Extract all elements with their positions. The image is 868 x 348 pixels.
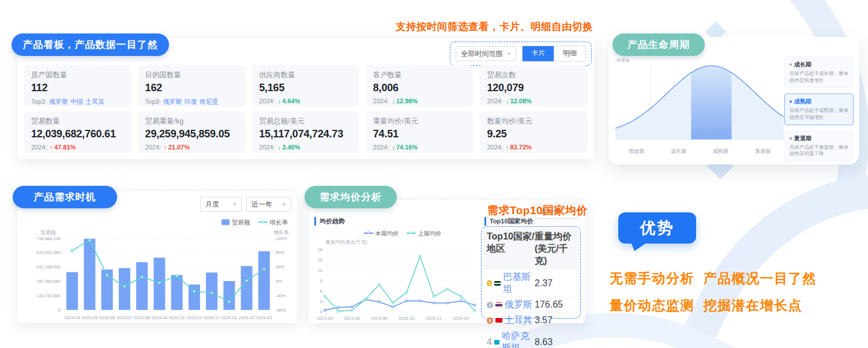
stat-card: 数量均价/美元9.252024: ↑83.72% — [480, 111, 587, 153]
svg-text:-40%: -40% — [276, 293, 286, 298]
time-range-value: 全部时间范围 — [461, 49, 502, 59]
stat-value: 74.51 — [373, 128, 467, 140]
page: 支持按时间筛选查看，卡片、明细自由切换 产品看板，产品数据一目了然 全部时间范围… — [0, 0, 868, 348]
panel-stage-name: 成熟期 — [790, 98, 848, 106]
top3-country-link[interactable]: 肯尼亚 — [200, 98, 219, 105]
country-link[interactable]: 俄罗斯 — [505, 299, 532, 311]
table-header: Top10国家/地区重量均价(美元/千克) — [483, 229, 578, 270]
line-swatch-icon — [258, 222, 268, 223]
price-y-axis-title: 重量均价(美元/千克) — [326, 239, 367, 245]
stat-card: 贸易总额/美元15,117,074,724.732024: ↓3.40% — [252, 111, 359, 153]
up-arrow-icon: ↑ — [164, 144, 167, 151]
svg-text:2023-09: 2023-09 — [152, 315, 168, 320]
stat-yoy: 2024: ↓12.98% — [373, 98, 467, 104]
demand-timing-card: 月度 ∨ 近一年 ∨ 贸易额 增长率 贸易额 增长率 0-80%143,732,… — [17, 190, 297, 323]
rank-medal-icon: 1 — [487, 280, 492, 286]
svg-text:6: 6 — [320, 289, 322, 294]
svg-text:15: 15 — [318, 257, 322, 263]
svg-text:18: 18 — [318, 247, 322, 252]
svg-text:143,732,840: 143,732,840 — [36, 293, 61, 298]
top3-country-link[interactable]: 印度 — [185, 98, 197, 105]
yoy-percent: 3.40% — [282, 144, 300, 151]
stat-card: 供应商数量5,1652024: ↓4.64% — [252, 65, 359, 107]
table-row[interactable]: 3土耳其3.57 — [483, 313, 578, 328]
top3-country-link[interactable]: 俄罗斯 — [49, 98, 68, 105]
top3-country-link[interactable]: 中国 — [70, 98, 83, 105]
stat-yoy: 2024: ↓12.08% — [487, 98, 580, 104]
bubble-tail — [631, 242, 647, 251]
svg-text:0: 0 — [320, 309, 322, 315]
country-cell: 3土耳其 — [487, 315, 535, 327]
country-link[interactable]: 巴基斯坦 — [503, 271, 535, 295]
up-arrow-icon: ↑ — [506, 144, 509, 151]
table-row[interactable]: 2俄罗斯176.65 — [483, 297, 578, 313]
svg-text:574,931,360: 574,931,360 — [36, 250, 61, 255]
country-flag-icon — [494, 281, 501, 286]
filter-highlight-box: 全部时间范围 ∨ 卡片 明细 — [450, 42, 592, 66]
advantage-line-1: 无需手动分析 产品概况一目了然 — [610, 270, 817, 287]
view-toggle: 卡片 明细 — [522, 46, 586, 62]
lifecycle-panel-selected[interactable]: 成熟期目标产品处于成熟期，整体趋势呈平稳增长 — [784, 93, 854, 125]
country-link[interactable]: 哈萨克斯坦 — [502, 330, 535, 348]
toggle-detail-button[interactable]: 明细 — [554, 46, 585, 61]
down-arrow-icon: ↓ — [392, 98, 395, 104]
granularity-value: 月度 — [205, 200, 219, 209]
stat-top3: Top3:俄罗斯印度肯尼亚 — [145, 98, 239, 106]
stat-value: 162 — [145, 82, 239, 94]
yoy-percent: 74.16% — [396, 144, 418, 151]
svg-text:2023-10: 2023-10 — [399, 316, 415, 321]
stat-card: 重量均价/美元74.512024: ↓74.16% — [366, 111, 474, 153]
panel-stage-name: 成长期 — [790, 61, 848, 69]
country-link[interactable]: 土耳其 — [505, 315, 532, 327]
stat-yoy: 2024: ↓4.64% — [259, 98, 352, 104]
stat-yoy: 2024: ↓3.40% — [259, 144, 352, 151]
lifecycle-panel-item[interactable]: 成长期目标产品处于成长期，整体趋势呈快速增长 — [784, 57, 854, 88]
stat-label: 重量均价/美元 — [373, 117, 467, 126]
top3-country-link[interactable]: 土耳其 — [85, 98, 104, 105]
lifecycle-panel-item[interactable]: 衰退期目标产品处于衰退期，整体趋势呈明显下降 — [784, 130, 854, 162]
yoy-year: 2024: — [31, 144, 49, 151]
table-row[interactable]: 4哈萨克斯坦8.63 — [483, 328, 578, 348]
top3-country-link[interactable]: 俄罗斯 — [163, 98, 182, 105]
down-arrow-icon: ↓ — [278, 98, 281, 104]
lifecycle-stage-panels: 成长期目标产品处于成长期，整体趋势呈快速增长成熟期目标产品处于成熟期，整体趋势呈… — [784, 57, 854, 162]
svg-text:2023-06: 2023-06 — [344, 316, 360, 321]
stat-value: 29,259,945,859.05 — [145, 128, 239, 140]
table-row[interactable]: 1巴基斯坦2.37 — [483, 270, 578, 297]
top10-section-title: Top10国家均价 — [484, 217, 533, 226]
svg-text:718,664,200: 718,664,200 — [36, 236, 61, 241]
yoy-percent: 12.08% — [510, 98, 531, 104]
stat-value: 12,039,682,760.61 — [31, 128, 125, 140]
svg-text:0: 0 — [58, 308, 61, 313]
country-flag-icon — [495, 302, 502, 307]
avg-price-title-pill: 需求均价分析 — [305, 186, 397, 208]
stat-label: 原产国数量 — [31, 70, 125, 80]
stat-value: 112 — [31, 82, 125, 94]
stage-label: 投放期 — [629, 148, 644, 155]
down-arrow-icon: ↓ — [506, 98, 509, 104]
stat-card: 贸易次数120,0792024: ↓12.08% — [480, 65, 587, 107]
stat-value: 5,165 — [259, 82, 352, 94]
stat-label: 供应商数量 — [259, 70, 352, 80]
rank-medal-icon: 3 — [487, 317, 493, 324]
advantage-bubble: 优势 — [618, 212, 696, 244]
stats-grid: 原产国数量112Top3:俄罗斯中国土耳其目的国数量162Top3:俄罗斯印度肯… — [24, 65, 587, 153]
avg-price-chart: 03691215182023-042023-062023-082023-1020… — [311, 246, 479, 322]
annotation-time-filter: 支持按时间筛选查看，卡片、明细自由切换 — [396, 20, 593, 33]
granularity-select[interactable]: 月度 ∨ — [200, 197, 242, 212]
chevron-down-icon: ∨ — [507, 51, 511, 56]
stat-label: 贸易数量 — [31, 117, 125, 126]
lifecycle-title-pill: 产品生命周期 — [613, 33, 705, 56]
stat-value: 15,117,074,724.73 — [259, 128, 352, 140]
stat-card: 原产国数量112Top3:俄罗斯中国土耳其 — [24, 65, 131, 107]
toggle-card-button[interactable]: 卡片 — [523, 46, 554, 61]
top10-table: Top10国家/地区重量均价(美元/千克)1巴基斯坦2.372俄罗斯176.65… — [483, 229, 578, 348]
stat-card: 贸易数量12,039,682,760.612024: ↑47.81% — [24, 111, 131, 153]
yoy-percent: 47.81% — [54, 144, 76, 151]
stage-label: 衰退期 — [755, 148, 771, 155]
period-select[interactable]: 近一年 ∨ — [246, 197, 291, 212]
trend-section-title: 均价趋势 — [314, 217, 345, 226]
time-range-select[interactable]: 全部时间范围 ∨ — [456, 46, 516, 61]
svg-text:287,465,680: 287,465,680 — [36, 279, 61, 284]
stat-yoy: 2024: ↑47.81% — [31, 144, 125, 151]
